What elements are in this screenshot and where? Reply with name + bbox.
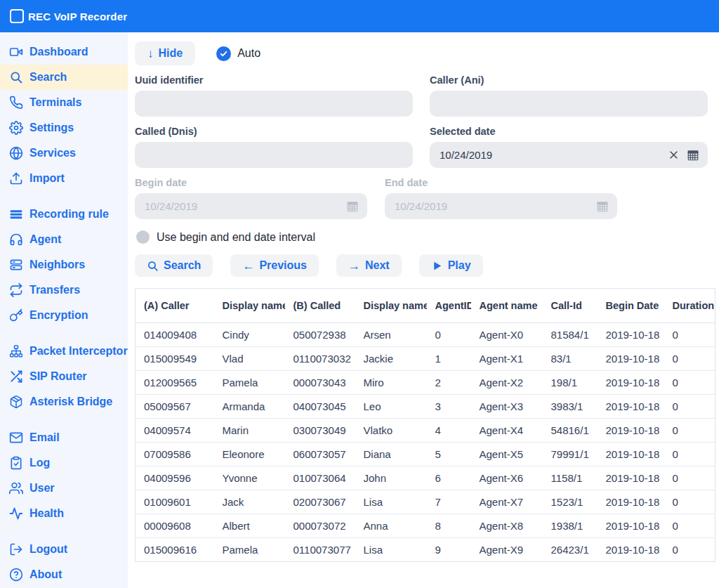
table-cell: 198/1 xyxy=(543,371,598,395)
sidebar-item-user[interactable]: User xyxy=(0,476,128,501)
sidebar-item-neighbors[interactable]: Neighbors xyxy=(0,252,128,277)
table-row[interactable]: 015009549Vlad0110073032Jackie1Agent-X183… xyxy=(136,347,715,371)
pulse-icon xyxy=(9,507,23,521)
calendar-icon xyxy=(596,200,609,213)
sidebar-item-services[interactable]: Services xyxy=(0,141,128,166)
sidebar-item-dashboard[interactable]: Dashboard xyxy=(0,39,128,65)
arrow-down-icon: ↓ xyxy=(147,48,154,60)
sidebar-item-agent[interactable]: Agent xyxy=(0,227,128,252)
table-cell: Vlatko xyxy=(355,419,427,443)
phone-icon xyxy=(9,96,23,110)
sidebar-item-about[interactable]: About xyxy=(0,562,128,587)
uuid-input[interactable] xyxy=(135,91,413,117)
table-row[interactable]: 00009608Albert000073072Anna8Agent-X81938… xyxy=(136,514,715,538)
table-row[interactable]: 07009586Eleonore060073057Diana5Agent-X57… xyxy=(136,443,715,466)
hide-button[interactable]: ↓ Hide xyxy=(135,41,195,65)
calendar-icon xyxy=(346,200,359,213)
calendar-icon[interactable] xyxy=(687,149,699,162)
sidebar-item-sip-router[interactable]: SIP Router xyxy=(0,364,128,389)
table-cell: 020073067 xyxy=(285,490,355,514)
caller-input[interactable] xyxy=(430,91,708,117)
table-cell: 9 xyxy=(427,538,471,562)
table-cell: Jack xyxy=(214,490,285,514)
sidebar-item-import[interactable]: Import xyxy=(0,166,128,191)
table-cell: 2 xyxy=(427,371,471,395)
sidebar-item-logout[interactable]: Logout xyxy=(0,537,128,562)
selected-date-input[interactable] xyxy=(430,142,708,168)
sidebar-item-transfers[interactable]: Transfers xyxy=(0,277,128,303)
table-cell: 04009596 xyxy=(136,466,214,490)
called-input[interactable] xyxy=(135,142,413,168)
table-row[interactable]: 04009596Yvonne010073064John6Agent-X61158… xyxy=(136,466,715,490)
table-cell: 0110073032 xyxy=(285,347,355,371)
table-cell: Miro xyxy=(355,371,427,395)
sidebar-item-email[interactable]: Email xyxy=(0,425,128,450)
called-field-group: Called (Dnis) xyxy=(135,126,413,168)
sidebar-item-label: Recording rule xyxy=(29,208,109,221)
table-cell: 0 xyxy=(427,323,471,347)
sidebar-item-label: Settings xyxy=(29,122,74,134)
table-cell: Jackie xyxy=(355,347,427,371)
clear-x-icon[interactable] xyxy=(668,150,679,160)
checked-circle-icon xyxy=(216,46,231,61)
table-cell: 2019-10-18 xyxy=(598,514,664,538)
table-cell: 1523/1 xyxy=(543,490,598,514)
sidebar-item-search[interactable]: Search xyxy=(0,65,128,90)
interval-toggle[interactable]: Use begin and end date interval xyxy=(136,230,719,244)
swap-arrows-icon xyxy=(9,283,23,297)
uuid-field-group: Uuid identifier xyxy=(135,74,413,117)
sidebar-item-recording-rule[interactable]: Recording rule xyxy=(0,202,128,227)
sitemap-icon xyxy=(9,344,23,358)
table-cell: 0 xyxy=(664,395,715,419)
table-cell: Lisa xyxy=(355,490,427,514)
sidebar-item-log[interactable]: Log xyxy=(0,450,128,476)
table-cell: 0 xyxy=(664,466,715,490)
table-cell: 2019-10-18 xyxy=(598,466,664,490)
auto-checkbox[interactable]: Auto xyxy=(216,46,260,61)
sidebar-item-packet-interceptor[interactable]: Packet Interceptor xyxy=(0,339,128,364)
search-button[interactable]: Search xyxy=(135,254,213,277)
begin-date-label: Begin date xyxy=(135,177,367,188)
key-icon xyxy=(9,308,23,322)
table-cell: Agent-X8 xyxy=(471,514,543,538)
table-cell: Leo xyxy=(355,395,427,419)
table-cell: 0 xyxy=(664,443,715,466)
sidebar-item-asterisk-bridge[interactable]: Asterisk Bridge xyxy=(0,389,128,414)
table-cell: 2019-10-18 xyxy=(598,323,664,347)
table-row[interactable]: 01009601Jack020073067Lisa7Agent-X71523/1… xyxy=(136,490,715,514)
interval-toggle-label: Use begin and end date interval xyxy=(157,231,315,244)
next-button[interactable]: → Next xyxy=(336,254,402,277)
table-cell: 000073072 xyxy=(285,514,355,538)
previous-button[interactable]: ← Previous xyxy=(230,254,319,277)
arrow-right-icon: → xyxy=(348,260,360,272)
sidebar: Dashboard Search Terminals Settings Serv… xyxy=(0,32,128,588)
table-cell: 07009586 xyxy=(136,443,214,466)
table-row[interactable]: 04009574Marin030073049Vlatko4Agent-X4548… xyxy=(136,419,715,443)
sidebar-item-health[interactable]: Health xyxy=(0,501,128,526)
servers-icon xyxy=(9,258,23,272)
main-content: ↓ Hide Auto Uuid identifier Caller (Ani)… xyxy=(128,32,719,588)
play-icon xyxy=(431,260,443,272)
sidebar-item-label: Encryption xyxy=(29,309,88,322)
arrow-left-icon: ← xyxy=(242,260,254,272)
sidebar-item-label: Agent xyxy=(29,233,61,246)
table-cell: 81584/1 xyxy=(543,323,598,347)
table-row[interactable]: 014009408Cindy050072938Arsen0Agent-X0815… xyxy=(136,323,715,347)
auto-checkbox-label: Auto xyxy=(237,47,260,60)
previous-button-label: Previous xyxy=(259,259,307,272)
table-row[interactable]: 012009565Pamela000073043Miro2Agent-X2198… xyxy=(136,371,715,395)
table-row[interactable]: 015009616Pamela0110073077Lisa9Agent-X926… xyxy=(136,538,715,562)
results-table: (A) CallerDisplay name(B) CalledDisplay … xyxy=(135,288,715,562)
sidebar-item-terminals[interactable]: Terminals xyxy=(0,90,128,115)
table-cell: 2019-10-18 xyxy=(598,395,664,419)
play-button[interactable]: Play xyxy=(419,254,483,277)
search-button-label: Search xyxy=(164,259,201,272)
sidebar-item-settings[interactable]: Settings xyxy=(0,115,128,141)
sidebar-item-label: Import xyxy=(29,172,65,185)
table-cell: 010073064 xyxy=(285,466,355,490)
table-row[interactable]: 05009567Armanda040073045Leo3Agent-X33983… xyxy=(136,395,715,419)
table-cell: Agent-X2 xyxy=(471,371,543,395)
envelope-icon xyxy=(9,431,23,445)
caller-field-label: Caller (Ani) xyxy=(430,74,708,86)
sidebar-item-encryption[interactable]: Encryption xyxy=(0,303,128,328)
